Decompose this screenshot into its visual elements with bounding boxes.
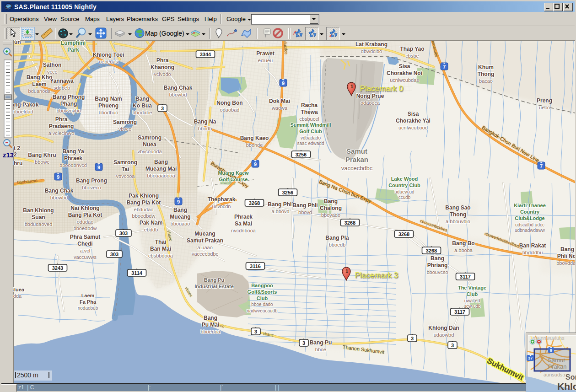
svg-text:aunsuds:n: aunsuds:n	[544, 372, 567, 377]
svg-text:Khlon: Khlon	[557, 381, 576, 392]
svg-text:z13: z13	[3, 151, 13, 159]
svg-text:Map (Google): Map (Google)	[145, 30, 184, 37]
svg-text:9: 9	[550, 348, 552, 353]
svg-text:1: 1	[350, 84, 353, 89]
svg-text:Son: Son	[565, 373, 576, 381]
svg-text:Samut: Samut	[548, 357, 565, 364]
svg-text:37: 37	[528, 356, 533, 360]
svg-text:1: 1	[345, 268, 348, 274]
svg-text:Prakan: Prakan	[548, 363, 566, 370]
